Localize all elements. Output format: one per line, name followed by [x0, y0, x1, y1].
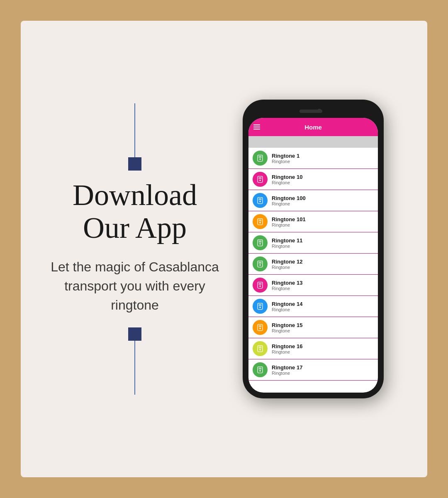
search-bar [248, 136, 378, 148]
app-header: Home [248, 118, 378, 136]
ringtone-item[interactable]: Ringtone 17Ringtone [248, 359, 378, 381]
ringtone-text: Ringtone 16Ringtone [272, 343, 302, 354]
ringtone-text: Ringtone 15Ringtone [272, 322, 302, 333]
svg-point-7 [259, 180, 261, 181]
subtext: Let the magic of Casablanca transport yo… [46, 257, 224, 315]
hamburger-icon[interactable] [253, 124, 260, 129]
ringtone-item[interactable]: Ringtone 10Ringtone [248, 169, 378, 190]
ringtone-icon [253, 193, 268, 208]
ringtone-name: Ringtone 13 [272, 280, 302, 286]
svg-point-11 [259, 201, 261, 202]
ringtone-type: Ringtone [272, 180, 302, 185]
decorative-line-top [134, 103, 135, 157]
decorative-square-bottom [128, 327, 141, 341]
ringtone-type: Ringtone [272, 201, 306, 206]
right-section: Home Ringtone 1Ringtone Ringtone 10Ringt… [224, 100, 402, 398]
phone-notch-area [248, 105, 378, 118]
svg-point-15 [259, 222, 261, 223]
ringtone-name: Ringtone 15 [272, 322, 302, 328]
ringtone-text: Ringtone 14Ringtone [272, 301, 302, 312]
ringtone-item[interactable]: Ringtone 1Ringtone [248, 148, 378, 169]
svg-rect-4 [258, 176, 263, 183]
ringtone-item[interactable]: Ringtone 12Ringtone [248, 254, 378, 275]
ringtone-item[interactable]: Ringtone 13Ringtone [248, 275, 378, 296]
svg-point-43 [259, 370, 261, 371]
ringtone-type: Ringtone [272, 244, 302, 249]
ringtone-name: Ringtone 10 [272, 174, 302, 180]
ringtone-icon [253, 172, 268, 187]
ringtone-item[interactable]: Ringtone 15Ringtone [248, 317, 378, 338]
svg-rect-20 [258, 261, 263, 267]
ringtone-type: Ringtone [272, 222, 306, 227]
ringtone-name: Ringtone 12 [272, 259, 302, 265]
svg-rect-32 [258, 325, 263, 331]
ringtone-text: Ringtone 17Ringtone [272, 364, 302, 376]
ringtone-text: Ringtone 1Ringtone [272, 153, 299, 164]
svg-rect-36 [258, 346, 263, 352]
main-card: DownloadOur App Let the magic of Casabla… [21, 21, 427, 477]
ringtone-text: Ringtone 100Ringtone [272, 195, 306, 206]
ringtone-icon [253, 320, 268, 335]
ringtone-item[interactable]: Ringtone 14Ringtone [248, 296, 378, 317]
phone-camera [317, 109, 321, 113]
ringtone-icon [253, 151, 268, 166]
decorative-line-bottom [134, 341, 135, 395]
left-section: DownloadOur App Let the magic of Casabla… [46, 103, 224, 395]
ringtone-type: Ringtone [272, 307, 302, 312]
svg-point-3 [259, 159, 261, 160]
ringtone-icon [253, 362, 268, 377]
ringtone-item[interactable]: Ringtone 101Ringtone [248, 211, 378, 232]
svg-point-35 [259, 328, 261, 329]
ringtone-name: Ringtone 101 [272, 216, 306, 222]
ringtone-icon [253, 235, 268, 250]
svg-point-27 [259, 286, 261, 287]
ringtone-name: Ringtone 11 [272, 237, 302, 244]
svg-rect-40 [258, 367, 263, 373]
main-heading: DownloadOur App [73, 179, 197, 244]
svg-point-23 [259, 264, 261, 266]
ringtone-item[interactable]: Ringtone 100Ringtone [248, 190, 378, 211]
ringtone-list: Ringtone 1Ringtone Ringtone 10Ringtone R… [248, 148, 378, 393]
svg-rect-24 [258, 282, 263, 288]
phone-frame: Home Ringtone 1Ringtone Ringtone 10Ringt… [243, 100, 384, 398]
ringtone-name: Ringtone 14 [272, 301, 302, 307]
svg-point-39 [259, 349, 261, 350]
svg-rect-12 [258, 219, 263, 225]
ringtone-item[interactable]: Ringtone 16Ringtone [248, 338, 378, 359]
ringtone-icon [253, 341, 268, 356]
ringtone-type: Ringtone [272, 349, 302, 354]
ringtone-text: Ringtone 11Ringtone [272, 237, 302, 249]
ringtone-name: Ringtone 100 [272, 195, 306, 201]
ringtone-name: Ringtone 16 [272, 343, 302, 349]
svg-rect-28 [258, 303, 263, 310]
svg-rect-16 [258, 240, 263, 246]
ringtone-icon [253, 256, 268, 271]
ringtone-type: Ringtone [272, 371, 302, 376]
ringtone-icon [253, 214, 268, 229]
ringtone-text: Ringtone 12Ringtone [272, 259, 302, 270]
svg-rect-0 [258, 155, 263, 161]
ringtone-item[interactable]: Ringtone 11Ringtone [248, 232, 378, 254]
svg-point-31 [259, 307, 261, 308]
ringtone-type: Ringtone [272, 265, 302, 270]
decorative-square-top [128, 157, 141, 171]
ringtone-text: Ringtone 101Ringtone [272, 216, 306, 227]
ringtone-type: Ringtone [272, 159, 299, 164]
ringtone-name: Ringtone 1 [272, 153, 299, 159]
ringtone-icon [253, 278, 268, 293]
svg-rect-8 [258, 198, 263, 204]
svg-point-19 [259, 243, 261, 244]
ringtone-name: Ringtone 17 [272, 364, 302, 371]
ringtone-type: Ringtone [272, 286, 302, 291]
ringtone-text: Ringtone 13Ringtone [272, 280, 302, 291]
phone-screen: Home Ringtone 1Ringtone Ringtone 10Ringt… [248, 118, 378, 393]
ringtone-icon [253, 299, 268, 314]
app-header-title: Home [304, 124, 322, 131]
ringtone-type: Ringtone [272, 328, 302, 333]
ringtone-text: Ringtone 10Ringtone [272, 174, 302, 185]
